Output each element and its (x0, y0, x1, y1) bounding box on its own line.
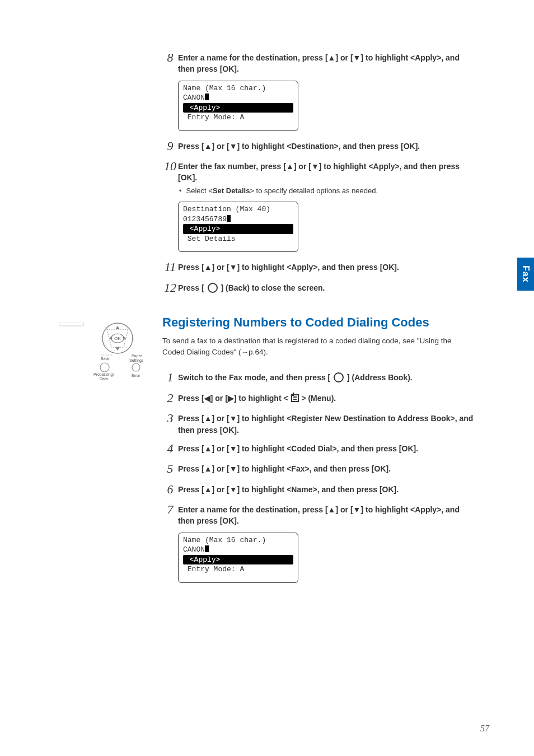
step-text: Press [▲] or [▼] to highlight <Fax>, and… (178, 463, 476, 474)
svg-marker-6 (109, 336, 112, 340)
svg-text:Paper: Paper (132, 354, 142, 358)
step-text: Enter a name for the destination, press … (178, 504, 476, 527)
bullet-note: • Select <Set Details> to specify detail… (178, 186, 476, 196)
svg-text:Error: Error (132, 374, 140, 377)
svg-text:Settings: Settings (129, 358, 144, 363)
lcd-line: Name (Max 16 char.) (180, 535, 297, 545)
menu-icon (291, 394, 299, 402)
step-number: 1 (162, 370, 178, 385)
step-number: 11 (162, 260, 178, 274)
step-10: 10 Enter the fax number, press [▲] or [▼… (162, 159, 476, 196)
lcd-highlight: <Apply> (183, 224, 293, 234)
lcd-highlight: <Apply> (183, 103, 293, 113)
step-text: Press [ ] (Back) to close the screen. (178, 282, 476, 293)
side-tab: Fax (517, 258, 534, 291)
step-text: Press [▲] or [▼] to highlight <Apply>, a… (178, 262, 476, 273)
svg-text:Processing/: Processing/ (93, 372, 114, 377)
lcd-line: Entry Mode: A (180, 564, 297, 575)
cursor-icon (227, 215, 231, 222)
lcd-screen-name-2: Name (Max 16 char.) CANON <Apply> Entry … (178, 533, 298, 583)
page-number: 57 (480, 724, 489, 734)
svg-marker-5 (115, 347, 120, 351)
lcd-highlight: <Apply> (183, 555, 293, 565)
step-text: Press [▲] or [▼] to highlight <Destinati… (178, 141, 476, 152)
step-text: Press [▲] or [▼] to highlight <Coded Dia… (178, 443, 476, 454)
bullet-dot-icon: • (179, 186, 182, 196)
section-heading: Registering Numbers to Coded Dialing Cod… (162, 315, 476, 330)
step-number: 4 (162, 441, 178, 456)
address-book-button-icon (334, 372, 344, 382)
lcd-screen-name: Name (Max 16 char.) CANON <Apply> Entry … (178, 81, 298, 131)
step-b7: 7 Enter a name for the destination, pres… (162, 502, 476, 527)
step-number: 8 (162, 50, 178, 65)
step-number: 7 (162, 502, 178, 517)
step-b5: 5 Press [▲] or [▼] to highlight <Fax>, a… (162, 461, 476, 476)
step-b1: 1 Switch to the Fax mode, and then press… (162, 370, 476, 385)
svg-rect-0 (59, 323, 84, 326)
step-number: 2 (162, 391, 178, 405)
svg-point-14 (132, 363, 140, 371)
svg-text:Data: Data (100, 377, 108, 381)
step-text: Press [◀] or [▶] to highlight < > (Menu)… (178, 393, 476, 404)
lcd-line: CANON (180, 545, 297, 555)
lcd-line: CANON (180, 93, 297, 103)
step-number: 9 (162, 139, 178, 153)
step-number: 6 (162, 482, 178, 497)
section-intro: To send a fax to a destination that is r… (162, 335, 476, 358)
svg-text:⟨: ⟨ (100, 336, 102, 341)
step-text: Switch to the Fax mode, and then press [… (178, 372, 476, 383)
lcd-screen-destination: Destination (Max 40) 0123456789 <Apply> … (178, 202, 298, 252)
back-button-icon (208, 283, 218, 293)
step-number: 10 (162, 159, 178, 174)
step-b3: 3 Press [▲] or [▼] to highlight <Registe… (162, 411, 476, 436)
svg-marker-4 (115, 326, 120, 329)
lcd-line: Destination (Max 40) (180, 204, 297, 214)
step-text: Enter the fax number, press [▲] or [▼] t… (178, 161, 476, 184)
step-12: 12 Press [ ] (Back) to close the screen. (162, 281, 476, 295)
svg-text:⟩: ⟩ (132, 336, 134, 341)
step-9: 9 Press [▲] or [▼] to highlight <Destina… (162, 139, 476, 153)
cursor-icon (205, 94, 209, 100)
lcd-line: 0123456789 (180, 214, 297, 225)
dpad-illustration: OK ⟨ ⟩ Back Paper Settings Processing/ D… (59, 323, 146, 390)
step-8: 8 Enter a name for the destination, pres… (162, 50, 476, 75)
step-number: 3 (162, 411, 178, 426)
svg-text:Back: Back (101, 357, 110, 361)
lcd-line: Set Details (180, 234, 297, 244)
svg-text:OK: OK (114, 336, 121, 341)
step-b6: 6 Press [▲] or [▼] to highlight <Name>, … (162, 482, 476, 497)
step-b2: 2 Press [◀] or [▶] to highlight < > (Men… (162, 391, 476, 405)
step-b4: 4 Press [▲] or [▼] to highlight <Coded D… (162, 441, 476, 456)
step-number: 12 (162, 281, 178, 295)
lcd-line: Entry Mode: A (180, 113, 297, 123)
cursor-icon (205, 545, 209, 552)
step-text: Press [▲] or [▼] to highlight <Register … (178, 413, 476, 436)
step-text: Press [▲] or [▼] to highlight <Name>, an… (178, 484, 476, 495)
step-11: 11 Press [▲] or [▼] to highlight <Apply>… (162, 260, 476, 274)
step-number: 5 (162, 461, 178, 476)
lcd-line: Name (Max 16 char.) (180, 83, 297, 94)
step-text: Enter a name for the destination, press … (178, 52, 476, 75)
svg-point-13 (100, 363, 109, 372)
